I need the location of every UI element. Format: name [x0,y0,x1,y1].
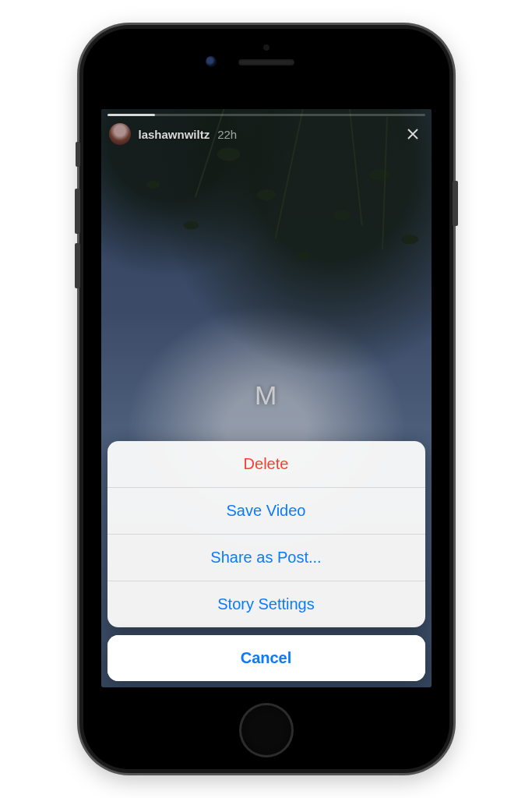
front-camera [206,56,217,67]
volume-down [75,243,80,288]
action-save-video[interactable]: Save Video [107,487,425,534]
action-cancel[interactable]: Cancel [107,635,425,681]
action-sheet-options: Delete Save Video Share as Post... Story… [107,441,425,627]
action-story-settings[interactable]: Story Settings [107,581,425,627]
screen: lashawnwiltz 22h M Delete Save Video Sha… [101,109,432,687]
proximity-sensor [263,44,270,51]
action-sheet-cancel-group: Cancel [107,635,425,681]
phone-frame: lashawnwiltz 22h M Delete Save Video Sha… [79,25,453,773]
volume-up [75,189,80,234]
action-share-as-post[interactable]: Share as Post... [107,534,425,581]
power-button [453,181,458,226]
action-delete[interactable]: Delete [107,441,425,487]
mute-switch [76,142,80,167]
home-button[interactable] [239,703,294,757]
earpiece-speaker [238,59,294,65]
action-sheet: Delete Save Video Share as Post... Story… [107,441,425,681]
